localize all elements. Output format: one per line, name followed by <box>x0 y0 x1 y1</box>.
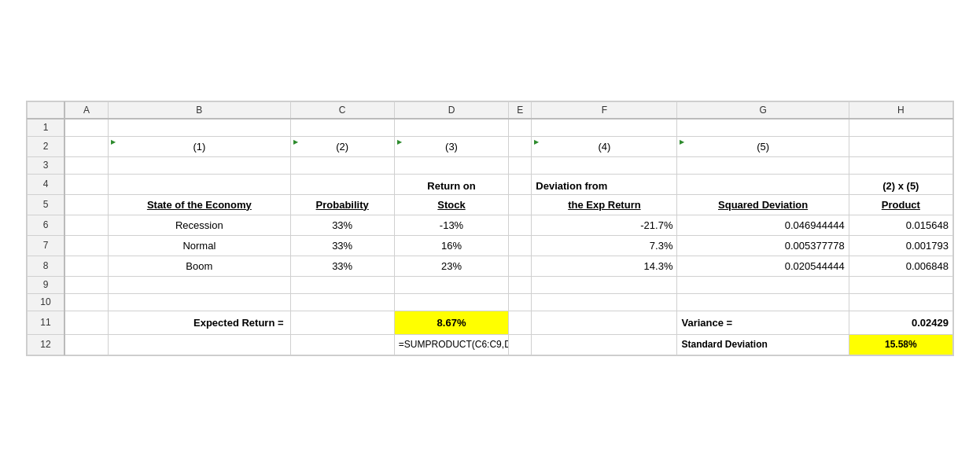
cell-e10[interactable] <box>509 293 532 311</box>
row-num-2: 2 <box>28 136 65 156</box>
cell-c4[interactable] <box>290 174 394 194</box>
col-header-b: B <box>109 101 290 119</box>
cell-g4[interactable] <box>677 174 849 194</box>
col-header-d: D <box>394 101 508 119</box>
cell-h2[interactable] <box>849 136 952 156</box>
cell-g1[interactable] <box>677 119 849 136</box>
cell-f12[interactable] <box>532 334 677 355</box>
cell-g11: Variance = <box>677 311 849 334</box>
cell-a5[interactable] <box>64 194 109 215</box>
cell-f4: Deviation from <box>532 174 677 194</box>
cell-c9[interactable] <box>290 276 394 293</box>
cell-b7: Normal <box>109 235 290 256</box>
row-1: 1 <box>28 119 953 136</box>
cell-e5[interactable] <box>509 194 532 215</box>
cell-a7[interactable] <box>64 235 109 256</box>
cell-g5: Squared Deviation <box>677 194 849 215</box>
cell-f1[interactable] <box>532 119 677 136</box>
cell-g10[interactable] <box>677 293 849 311</box>
row-num-4: 4 <box>28 174 65 194</box>
cell-d10[interactable] <box>394 293 508 311</box>
cell-e7[interactable] <box>509 235 532 256</box>
cell-e1[interactable] <box>509 119 532 136</box>
cell-d2-value: (3) <box>445 141 458 153</box>
row-num-3: 3 <box>28 156 65 174</box>
cell-c11[interactable] <box>290 311 394 334</box>
cell-a8[interactable] <box>64 256 109 276</box>
cell-d2[interactable]: ▶ (3) <box>394 136 508 156</box>
cell-b10[interactable] <box>109 293 290 311</box>
cell-c12[interactable] <box>290 334 394 355</box>
cell-b2[interactable]: ▶ (1) <box>109 136 290 156</box>
cell-h1[interactable] <box>849 119 952 136</box>
cell-e2[interactable] <box>509 136 532 156</box>
cell-d6: -13% <box>394 215 508 235</box>
cell-e8[interactable] <box>509 256 532 276</box>
cell-f7: 7.3% <box>532 235 677 256</box>
cell-f3[interactable] <box>532 156 677 174</box>
row-10: 10 <box>28 293 953 311</box>
cell-f11[interactable] <box>532 311 677 334</box>
cell-g9[interactable] <box>677 276 849 293</box>
cell-a1[interactable] <box>64 119 109 136</box>
corner-cell <box>28 101 65 119</box>
cell-e3[interactable] <box>509 156 532 174</box>
cell-c7: 33% <box>290 235 394 256</box>
cell-a2[interactable] <box>64 136 109 156</box>
cell-c3[interactable] <box>290 156 394 174</box>
cell-g2[interactable]: ▶ (5) <box>677 136 849 156</box>
cell-a11[interactable] <box>64 311 109 334</box>
cell-d7: 16% <box>394 235 508 256</box>
column-headers: A B C D E F G H <box>28 101 953 119</box>
cell-f2[interactable]: ▶ (4) <box>532 136 677 156</box>
cell-a9[interactable] <box>64 276 109 293</box>
cell-f10[interactable] <box>532 293 677 311</box>
col-header-e: E <box>509 101 532 119</box>
cell-b6: Recession <box>109 215 290 235</box>
cell-d3[interactable] <box>394 156 508 174</box>
cell-h6: 0.015648 <box>849 215 952 235</box>
green-triangle-c2: ▶ <box>293 138 298 145</box>
cell-h10[interactable] <box>849 293 952 311</box>
cell-c1[interactable] <box>290 119 394 136</box>
cell-h7: 0.001793 <box>849 235 952 256</box>
cell-e9[interactable] <box>509 276 532 293</box>
cell-a6[interactable] <box>64 215 109 235</box>
cell-h8: 0.006848 <box>849 256 952 276</box>
cell-b9[interactable] <box>109 276 290 293</box>
cell-h3[interactable] <box>849 156 952 174</box>
row-num-6: 6 <box>28 215 65 235</box>
cell-h12: 15.58% <box>849 334 952 355</box>
cell-a3[interactable] <box>64 156 109 174</box>
cell-b4[interactable] <box>109 174 290 194</box>
cell-b1[interactable] <box>109 119 290 136</box>
cell-g3[interactable] <box>677 156 849 174</box>
cell-b8: Boom <box>109 256 290 276</box>
cell-a12[interactable] <box>64 334 109 355</box>
row-3: 3 <box>28 156 953 174</box>
cell-b3[interactable] <box>109 156 290 174</box>
row-num-8: 8 <box>28 256 65 276</box>
cell-c10[interactable] <box>290 293 394 311</box>
cell-e12[interactable] <box>509 334 532 355</box>
cell-f5: the Exp Return <box>532 194 677 215</box>
cell-a4[interactable] <box>64 174 109 194</box>
cell-c2-value: (2) <box>336 141 348 153</box>
cell-h9[interactable] <box>849 276 952 293</box>
cell-e4[interactable] <box>509 174 532 194</box>
cell-c2[interactable]: ▶ (2) <box>290 136 394 156</box>
cell-f9[interactable] <box>532 276 677 293</box>
cell-g12: Standard Deviation <box>677 334 849 355</box>
cell-e6[interactable] <box>509 215 532 235</box>
cell-g7: 0.005377778 <box>677 235 849 256</box>
green-triangle-f2: ▶ <box>534 138 539 145</box>
row-12: 12 =SUMPRODUCT(C6:C9,D6:D9) Standard Dev… <box>28 334 953 355</box>
cell-d8: 23% <box>394 256 508 276</box>
col-header-a: A <box>64 101 109 119</box>
cell-d1[interactable] <box>394 119 508 136</box>
cell-d9[interactable] <box>394 276 508 293</box>
green-triangle-d2: ▶ <box>397 138 402 145</box>
cell-e11[interactable] <box>509 311 532 334</box>
cell-a10[interactable] <box>64 293 109 311</box>
cell-b12[interactable] <box>109 334 290 355</box>
